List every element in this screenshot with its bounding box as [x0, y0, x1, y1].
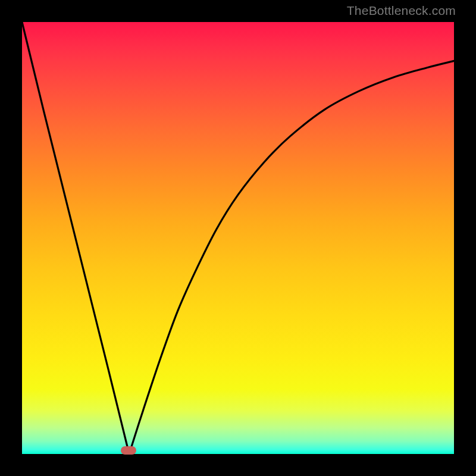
curve-left-branch — [22, 22, 129, 454]
watermark-text: TheBottleneck.com — [347, 4, 456, 18]
curve-right-branch — [129, 61, 454, 454]
minimum-marker — [121, 446, 136, 455]
chart-plot-area — [22, 22, 454, 454]
bottleneck-curve — [22, 22, 454, 454]
